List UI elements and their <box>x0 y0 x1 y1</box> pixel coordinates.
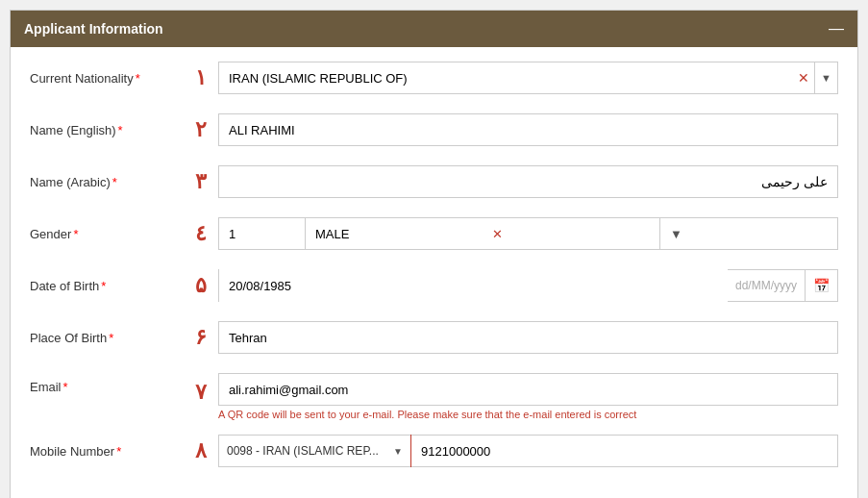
name-english-row: Name (English) * ٢ <box>30 109 838 151</box>
current-nationality-clear-icon[interactable]: ✕ <box>793 70 814 86</box>
gender-field: MALE ✕ ▼ <box>218 217 838 250</box>
step-3-number: ٣ <box>184 169 218 194</box>
place-of-birth-field <box>218 321 838 354</box>
name-arabic-row: Name (Arabic) * ٣ <box>30 161 838 203</box>
current-nationality-field: ✕ ▼ <box>218 62 838 94</box>
gender-combined: MALE ✕ ▼ <box>218 217 838 250</box>
gender-label: Gender * <box>30 227 184 241</box>
date-placeholder-text: dd/MM/yyyy <box>728 279 805 292</box>
required-indicator: * <box>73 227 78 241</box>
name-arabic-field <box>218 165 838 198</box>
required-indicator: * <box>116 444 121 459</box>
place-of-birth-row: Place Of Birth * ۶ <box>30 316 838 359</box>
step-6-number: ۶ <box>184 325 218 350</box>
mobile-number-label: Mobile Number * <box>30 444 184 459</box>
step-8-number: ٨ <box>184 438 218 463</box>
form-body: Current Nationality * ١ ✕ ▼ Name (Englis… <box>11 47 857 498</box>
gender-row: Gender * ٤ MALE ✕ ▼ <box>30 212 838 255</box>
panel-title: Applicant Information <box>24 21 163 37</box>
mobile-number-row: Mobile Number * ٨ 0098 - IRAN (ISLAMIC R… <box>30 430 838 472</box>
date-of-birth-input[interactable] <box>219 269 728 302</box>
required-indicator: * <box>118 123 123 137</box>
mobile-dropdown-arrow-icon: ▼ <box>393 446 403 457</box>
gender-value-text: MALE <box>306 220 483 248</box>
place-of-birth-input[interactable] <box>218 321 838 354</box>
name-arabic-input[interactable] <box>218 165 838 198</box>
email-input[interactable] <box>218 373 838 406</box>
name-arabic-label: Name (Arabic) * <box>30 175 184 189</box>
current-nationality-label: Current Nationality * <box>30 71 184 86</box>
mobile-country-code-text: 0098 - IRAN (ISLAMIC REP... <box>227 444 389 458</box>
step-4-number: ٤ <box>184 221 218 246</box>
date-of-birth-field: dd/MM/yyyy 📅 <box>218 269 838 302</box>
date-of-birth-row: Date of Birth * ۵ dd/MM/yyyy 📅 <box>30 264 838 307</box>
date-wrapper: dd/MM/yyyy 📅 <box>218 269 838 302</box>
date-of-birth-label: Date of Birth * <box>30 279 184 293</box>
mobile-country-select[interactable]: 0098 - IRAN (ISLAMIC REP... ▼ <box>218 435 410 467</box>
step-7-number: ٧ <box>184 373 218 405</box>
gender-arrow-icon[interactable]: ▼ <box>659 218 837 249</box>
step-1-number: ١ <box>184 65 218 90</box>
place-of-birth-label: Place Of Birth * <box>30 331 184 345</box>
minimize-button[interactable]: — <box>829 20 844 37</box>
email-label: Email * <box>30 373 184 394</box>
current-nationality-select-wrapper: ✕ ▼ <box>218 62 838 94</box>
required-indicator: * <box>112 175 117 189</box>
required-indicator: * <box>63 380 68 394</box>
gender-select-wrapper: MALE ✕ ▼ <box>305 217 838 250</box>
mobile-number-field: 0098 - IRAN (ISLAMIC REP... ▼ <box>218 435 838 467</box>
mobile-number-input[interactable] <box>411 435 838 467</box>
step-2-number: ٢ <box>184 117 218 142</box>
required-indicator: * <box>136 71 140 86</box>
name-english-input[interactable] <box>218 113 838 146</box>
applicant-information-panel: Applicant Information — Current National… <box>10 10 858 498</box>
required-indicator: * <box>101 279 106 293</box>
email-field: A QR code will be sent to your e-mail. P… <box>218 373 838 420</box>
step-5-number: ۵ <box>184 273 218 298</box>
mobile-combined: 0098 - IRAN (ISLAMIC REP... ▼ <box>218 435 838 467</box>
current-nationality-row: Current Nationality * ١ ✕ ▼ <box>30 57 838 99</box>
required-indicator: * <box>109 331 113 345</box>
gender-clear-icon[interactable]: ✕ <box>483 220 659 248</box>
email-row: Email * ٧ A QR code will be sent to your… <box>30 368 838 420</box>
email-note-text: A QR code will be sent to your e-mail. P… <box>218 409 838 420</box>
calendar-icon[interactable]: 📅 <box>805 269 837 302</box>
current-nationality-input[interactable] <box>219 62 793 93</box>
gender-number-input[interactable] <box>218 217 305 250</box>
name-english-field <box>218 113 838 146</box>
name-english-label: Name (English) * <box>30 123 184 137</box>
current-nationality-arrow-icon[interactable]: ▼ <box>814 62 837 93</box>
panel-header: Applicant Information — <box>11 11 857 47</box>
